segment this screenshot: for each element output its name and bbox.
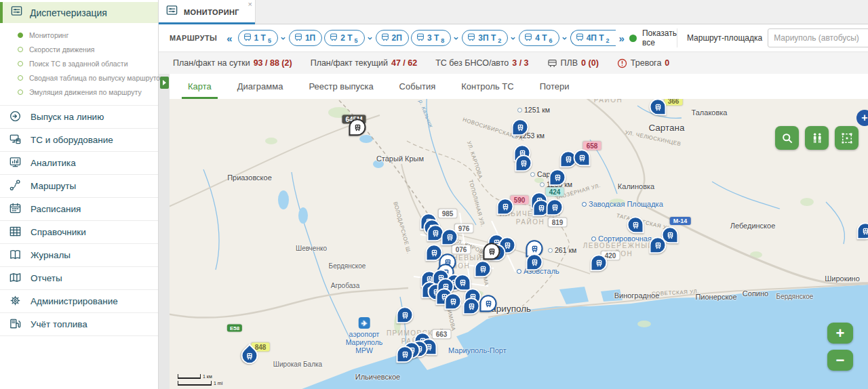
map-search-button[interactable]	[775, 126, 799, 150]
sidebar-item-label: ТС и оборудование	[31, 135, 113, 145]
alert-icon	[617, 58, 627, 68]
bus-marker[interactable]	[650, 237, 667, 253]
bus-marker[interactable]	[445, 293, 462, 310]
bus-marker[interactable]	[441, 228, 458, 245]
sidebar-subitem[interactable]: Скорости движения	[0, 42, 158, 56]
route-pill[interactable]: 1 Т5	[238, 30, 278, 46]
route-pill[interactable]: 4 Т6	[519, 30, 559, 46]
route-pill[interactable]: 2 Т5	[324, 30, 364, 46]
sidebar-subitem[interactable]: Сводная таблица по выпуску маршрутов	[0, 70, 158, 85]
bus-marker[interactable]	[349, 119, 366, 136]
stat-item: План/факт текущий 47 / 62	[311, 58, 418, 68]
zoom-in-button[interactable]: +	[827, 323, 853, 344]
bus-marker[interactable]	[549, 169, 566, 186]
tab-monitoring[interactable]: МОНИТОРИНГ ×	[159, 0, 256, 24]
bus-marker[interactable]	[591, 254, 608, 271]
sidebar-item-label: Учёт топлива	[31, 319, 87, 329]
poi-pin-icon	[591, 237, 596, 241]
sidebar-item-journals[interactable]: Журналы	[0, 243, 158, 266]
sidebar-item-vehicles[interactable]: ТС и оборудование	[0, 128, 158, 151]
sidebar-routes-icon	[9, 179, 22, 194]
view-tab-контроль-тс[interactable]: Контроль ТС	[448, 74, 526, 99]
map-corner-plus-button[interactable]: +	[856, 110, 868, 126]
bus-marker[interactable]	[857, 222, 868, 239]
view-tab-реестр-выпуска[interactable]: Реестр выпуска	[296, 74, 386, 99]
bus-marker[interactable]	[627, 216, 644, 233]
bus-marker[interactable]	[475, 260, 492, 277]
bus-marker[interactable]	[547, 199, 564, 216]
map-drivers-button[interactable]	[805, 126, 829, 150]
route-pill-chevron-icon[interactable]	[367, 35, 373, 41]
select-area-icon	[840, 131, 854, 145]
bus-marker[interactable]	[650, 99, 667, 115]
bus-icon	[294, 33, 303, 44]
route-pill[interactable]: 3П Т2	[462, 30, 508, 46]
bus-marker[interactable]	[526, 253, 543, 270]
stat-label: План/факт текущий	[311, 58, 388, 68]
sidebar-item-schedule[interactable]: Расписания	[0, 197, 158, 220]
sidebar-subitem-label: Эмуляция движения по маршруту	[29, 88, 142, 96]
collapse-panel-button[interactable]	[160, 77, 169, 89]
bus-marker-body	[526, 253, 543, 270]
bus-marker[interactable]	[463, 298, 480, 314]
route-pill[interactable]: 2П	[376, 30, 409, 46]
sidebar-item-launch[interactable]: Выпуск на линию	[0, 105, 158, 128]
sidebar-item-reference[interactable]: Справочники	[0, 220, 158, 243]
bus-marker[interactable]	[241, 347, 258, 364]
bus-marker[interactable]	[397, 346, 414, 363]
sidebar-menu: Выпуск на линиюТС и оборудованиеАналитик…	[0, 105, 158, 336]
bus-marker[interactable]	[512, 119, 529, 136]
bus-marker-body	[349, 119, 366, 136]
bus-marker[interactable]	[397, 306, 414, 323]
bus-marker[interactable]	[515, 155, 532, 171]
map-canvas[interactable]: ИЛЬИЧЕВСКИЙ РАЙОНЖОВТНЕВЫЙ РАЙОНЛЕВОБЕРЕ…	[170, 99, 868, 389]
routes-collapse-icon[interactable]: «	[226, 33, 232, 44]
view-tab-диаграмма[interactable]: Диаграмма	[224, 74, 296, 99]
sidebar: Диспетчеризация МониторингСкорости движе…	[0, 0, 159, 389]
sidebar-item-analytics[interactable]: Аналитика	[0, 151, 158, 174]
sidebar-item-admin[interactable]: Администрирование	[0, 289, 158, 312]
route-pill[interactable]: 3 Т8	[411, 30, 451, 46]
sidebar-item-label: Администрирование	[31, 296, 118, 306]
route-pill-chevron-icon[interactable]	[510, 35, 516, 41]
route-pill-chevron-icon[interactable]	[280, 35, 286, 41]
bus-marker[interactable]	[484, 243, 500, 260]
sidebar-item-dispatch[interactable]: Диспетчеризация	[0, 2, 158, 23]
tab-close-icon[interactable]: ×	[248, 1, 252, 8]
zoom-out-button[interactable]: −	[827, 350, 853, 371]
sidebar-subitem[interactable]: Мониторинг	[0, 28, 158, 42]
bullet-icon	[18, 89, 23, 95]
bus-icon	[329, 33, 338, 44]
road-badge: М-14	[670, 217, 691, 225]
view-tab-события[interactable]: События	[387, 74, 449, 99]
sidebar-subitem[interactable]: Эмуляция движения по маршруту	[0, 85, 158, 99]
route-pills: 1 Т51П2 Т52П3 Т83П Т24 Т64П Т2	[236, 30, 616, 46]
search-icon	[781, 131, 794, 145]
view-tab-карта[interactable]: Карта	[175, 74, 224, 99]
bus-icon	[416, 33, 425, 44]
route-site-select[interactable]: Мариуполь (автобусы)	[768, 28, 868, 47]
bus-marker[interactable]	[574, 149, 591, 166]
bus-marker[interactable]	[497, 198, 514, 215]
bullet-icon	[18, 33, 23, 38]
sidebar-subitem[interactable]: Поиск ТС в заданной области	[0, 56, 158, 70]
bus-marker[interactable]	[480, 295, 497, 312]
bus-marker-body	[857, 222, 868, 239]
route-pill-chevron-icon[interactable]	[453, 35, 459, 41]
map-select-area-button[interactable]	[835, 126, 859, 150]
sidebar-item-routes[interactable]: Маршруты	[0, 174, 158, 197]
route-pill-chevron-icon[interactable]	[561, 35, 568, 41]
route-pill[interactable]: 4П Т2	[570, 30, 616, 46]
sidebar-subitem-label: Сводная таблица по выпуску маршрутов	[29, 74, 164, 82]
sidebar-item-label: Справочники	[31, 227, 86, 237]
view-tab-потери[interactable]: Потери	[527, 74, 583, 99]
route-pill[interactable]: 1П	[289, 30, 322, 46]
sidebar-fuel-icon	[9, 317, 22, 332]
sidebar-item-label: Выпуск на линию	[31, 112, 104, 122]
sidebar-item-fuel[interactable]: Учёт топлива	[0, 312, 158, 336]
sidebar-item-reports[interactable]: Отчеты	[0, 266, 158, 289]
map-scale: 1 км 1 mi	[178, 372, 222, 386]
stop-pin-icon	[540, 182, 545, 187]
routes-expand-icon[interactable]: »	[619, 33, 625, 44]
road-badge: 424	[546, 188, 564, 197]
